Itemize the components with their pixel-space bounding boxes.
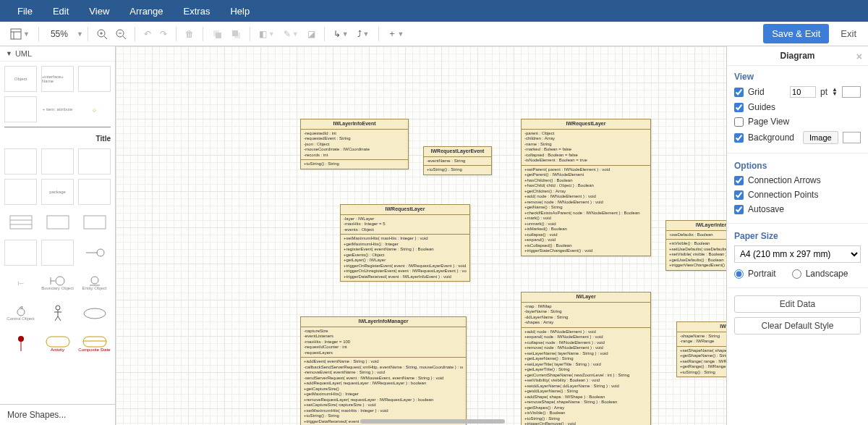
uml-class-IWRequestLayer_iface[interactable]: IWRequestLayer-parent : Object-children … xyxy=(521,119,651,256)
shape-control[interactable]: Control Object xyxy=(4,300,37,327)
shadow-button[interactable]: ◪ xyxy=(303,26,320,42)
grid-color-swatch[interactable] xyxy=(842,86,861,98)
menu-edit[interactable]: Edit xyxy=(43,6,79,17)
background-image-button[interactable]: Image xyxy=(803,131,838,144)
panel-title: Diagram × xyxy=(727,46,868,66)
shape-package2[interactable] xyxy=(78,179,111,205)
edit-data-button[interactable]: Edit Data xyxy=(734,295,861,313)
toolbar: ▼ 55%▼ ↶ ↷ 🗑 ◧▼ ✎▼ ◪ ↳▼ ⤴▼ ＋▼ Save & Exi… xyxy=(0,22,868,46)
shape-note[interactable] xyxy=(4,240,37,266)
shape-palette: Object «interface» Name + item: attribut… xyxy=(0,62,115,404)
portrait-radio[interactable] xyxy=(734,269,744,279)
menu-arrange[interactable]: Arrange xyxy=(119,6,173,17)
close-panel-icon[interactable]: × xyxy=(856,51,862,62)
shape-class3[interactable] xyxy=(78,66,111,92)
svg-point-20 xyxy=(97,249,104,256)
shape-object[interactable]: Object xyxy=(4,66,37,92)
menu-bar: File Edit View Arrange Extras Help xyxy=(0,0,868,22)
canvas-horizontal-scrollbar[interactable] xyxy=(360,419,505,424)
waypoint-button[interactable]: ⤴▼ xyxy=(353,26,374,42)
paper-size-select[interactable]: A4 (210 mm x 297 mm) xyxy=(734,245,861,263)
delete-button[interactable]: 🗑 xyxy=(181,26,198,42)
shape-frame[interactable] xyxy=(41,209,74,235)
uml-class-IWLayerInterface[interactable]: IWLayerInterface-useDefaults : Boolean+i… xyxy=(665,220,726,271)
shape-required[interactable]: )— xyxy=(4,270,37,296)
zoom-level[interactable]: 55% xyxy=(43,29,75,39)
uml-class-IWRequestLayer_class[interactable]: IWRequestLayer-layer : IWLayer-maxHits :… xyxy=(340,204,470,282)
uml-class-IWShape[interactable]: IWShape-shapeName : String-range : IWRan… xyxy=(676,321,726,377)
to-back-button[interactable] xyxy=(226,26,245,42)
paper-size-title: Paper Size xyxy=(734,231,861,241)
svg-rect-36 xyxy=(83,337,106,347)
shape-package[interactable]: package xyxy=(41,179,74,205)
shape-actor[interactable] xyxy=(41,300,74,327)
shape-title[interactable]: Title xyxy=(4,132,111,144)
exit-button[interactable]: Exit xyxy=(835,24,862,43)
uml-class-IWRequestLayerEvent[interactable]: IWRequestLayerEvent-eventName : String+t… xyxy=(423,146,492,175)
line-color-button[interactable]: ✎▼ xyxy=(279,26,303,42)
svg-rect-14 xyxy=(10,216,32,229)
canvas-area[interactable]: request : * IWLayerInfoEvent-requestedId… xyxy=(116,46,726,425)
uml-class-IWLayerInfoManager[interactable]: IWLayerInfoManager-captureSize-eventList… xyxy=(300,316,467,425)
fill-color-button[interactable]: ◧▼ xyxy=(255,26,279,42)
redo-button[interactable]: ↷ xyxy=(156,26,171,42)
menu-view[interactable]: View xyxy=(79,6,119,17)
svg-rect-0 xyxy=(11,29,21,39)
shape-boundary[interactable]: Boundary Object xyxy=(41,270,74,296)
insert-button[interactable]: ＋▼ xyxy=(383,25,409,43)
shape-lollipop[interactable] xyxy=(78,240,111,266)
conn-points-checkbox[interactable] xyxy=(734,190,744,200)
shape-frame2[interactable] xyxy=(78,209,111,235)
shape-component[interactable] xyxy=(4,148,37,174)
sidebar-category-header[interactable]: ▼ UML xyxy=(0,46,115,62)
view-mode-button[interactable]: ▼ xyxy=(6,25,34,43)
background-checkbox[interactable] xyxy=(734,133,744,143)
conn-arrows-checkbox[interactable] xyxy=(734,176,744,185)
svg-line-4 xyxy=(104,36,107,39)
shape-component2[interactable] xyxy=(41,148,74,174)
undo-button[interactable]: ↶ xyxy=(140,26,156,42)
shape-start[interactable] xyxy=(4,331,37,357)
svg-rect-17 xyxy=(47,216,69,229)
menu-file[interactable]: File xyxy=(7,6,43,17)
grid-checkbox[interactable] xyxy=(734,88,744,97)
view-group-title: View xyxy=(734,72,861,82)
shape-table[interactable] xyxy=(4,209,37,235)
uml-class-IWLayer[interactable]: IWLayer-map : IWMap-layerName : String-d… xyxy=(521,292,651,425)
to-front-button[interactable] xyxy=(208,26,226,42)
uml-class-IWLayerInfoEvent[interactable]: IWLayerInfoEvent-requestedId : int-reque… xyxy=(300,119,409,169)
pageview-checkbox[interactable] xyxy=(734,117,744,127)
shape-interface[interactable]: «interface» Name xyxy=(41,66,74,92)
more-shapes-button[interactable]: More Shapes... xyxy=(0,404,115,425)
save-exit-button[interactable]: Save & Exit xyxy=(763,24,829,43)
shape-usecase[interactable] xyxy=(78,300,111,327)
shape-activity[interactable]: Activity xyxy=(41,331,74,357)
svg-rect-35 xyxy=(46,337,69,347)
zoom-in-button[interactable] xyxy=(93,26,111,42)
svg-line-31 xyxy=(58,316,61,321)
shape-item-attribute[interactable]: + item: attribute xyxy=(41,96,74,122)
grid-size-input[interactable] xyxy=(790,86,816,98)
background-color-swatch[interactable] xyxy=(843,132,861,143)
guides-label: Guides xyxy=(748,102,775,112)
zoom-caret[interactable]: ▼ xyxy=(77,30,83,38)
shape-entity[interactable]: Entity Object xyxy=(78,270,111,296)
autosave-checkbox[interactable] xyxy=(734,205,744,214)
menu-help[interactable]: Help xyxy=(220,6,260,17)
shape-module[interactable] xyxy=(4,179,37,205)
format-panel: Diagram × View Grid pt ▲▼ Guides Page Vi… xyxy=(726,46,868,425)
shape-divider[interactable] xyxy=(4,127,111,128)
shape-composite[interactable]: Composite State xyxy=(78,331,111,357)
landscape-radio[interactable] xyxy=(792,269,801,279)
clear-style-button[interactable]: Clear Default Style xyxy=(734,317,861,334)
shape-classname[interactable] xyxy=(4,96,37,122)
guides-checkbox[interactable] xyxy=(734,103,744,112)
zoom-out-button[interactable] xyxy=(111,26,130,42)
svg-rect-11 xyxy=(216,33,221,38)
shape-item-attribute2[interactable]: ◇ xyxy=(78,96,111,122)
shape-note2[interactable] xyxy=(41,240,74,266)
connection-button[interactable]: ↳▼ xyxy=(329,26,353,42)
shape-block[interactable] xyxy=(78,148,111,174)
menu-extras[interactable]: Extras xyxy=(174,6,221,17)
svg-point-27 xyxy=(56,306,60,310)
